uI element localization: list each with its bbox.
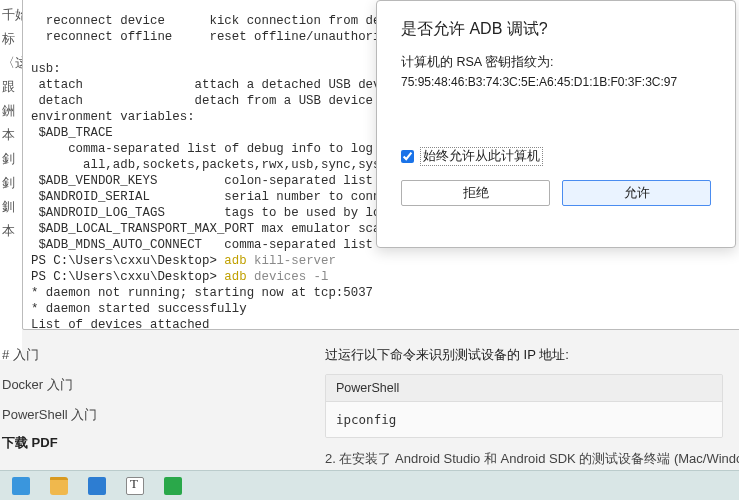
code-tab[interactable]: PowerShell <box>326 375 722 402</box>
term-args: kill-server <box>254 254 336 268</box>
always-allow-checkbox[interactable] <box>401 150 414 163</box>
sidebar-item[interactable]: PowerShell 入门 <box>0 400 310 430</box>
docs-sidebar: # 入门 Docker 入门 PowerShell 入门 下载 PDF <box>0 340 310 458</box>
term-line: usb: <box>31 62 61 76</box>
term-line: List of devices attached <box>31 318 209 330</box>
code-block: PowerShell ipconfig <box>325 374 723 438</box>
term-line: detach detach from a USB device <box>31 94 380 108</box>
term-line: reconnect offline reset offline/unauthor… <box>31 30 395 44</box>
taskbar-app-icon[interactable] <box>88 477 106 495</box>
doc-paragraph: 2. 在安装了 Android Studio 和 Android SDK 的测试… <box>325 438 735 468</box>
term-args: devices -l <box>254 270 328 284</box>
term-prompt: PS C:\Users\cxxu\Desktop> <box>31 254 224 268</box>
term-prompt: PS C:\Users\cxxu\Desktop> <box>31 270 224 284</box>
term-line: * daemon started successfully <box>31 302 247 316</box>
term-line: $ANDROID_LOG_TAGS tags to be used by log… <box>31 206 410 220</box>
dialog-fingerprint: 75:95:48:46:B3:74:3C:5E:A6:45:D1:1B:F0:3… <box>401 75 711 89</box>
term-line: $ADB_TRACE <box>31 126 113 140</box>
term-line: all,adb,sockets,packets,rwx,usb,sync,sys… <box>31 158 425 172</box>
sidebar-item[interactable]: Docker 入门 <box>0 370 310 400</box>
editor-left-margin: 千始 标 〈这 跟 銂 本 釗 釗 釧 本 <box>0 0 22 360</box>
term-line: $ADB_MDNS_AUTO_CONNECT comma-separated l… <box>31 238 410 252</box>
allow-button[interactable]: 允许 <box>562 180 711 206</box>
file-explorer-icon[interactable] <box>50 477 68 495</box>
dialog-subtitle: 计算机的 RSA 密钥指纹为: <box>401 54 711 71</box>
term-line: $ANDROID_SERIAL serial number to connect <box>31 190 410 204</box>
term-line: $ADB_VENDOR_KEYS colon-separated list of… <box>31 174 410 188</box>
deny-button[interactable]: 拒绝 <box>401 180 550 206</box>
taskbar-app-icon[interactable] <box>164 477 182 495</box>
term-line: reconnect device kick connection from de… <box>31 14 410 28</box>
term-line: $ADB_LOCAL_TRANSPORT_MAX_PORT max emulat… <box>31 222 410 236</box>
start-button-icon[interactable] <box>12 477 30 495</box>
code-content[interactable]: ipconfig <box>326 402 722 437</box>
taskbar-app-icon[interactable] <box>126 477 144 495</box>
doc-paragraph: 过运行以下命令来识别测试设备的 IP 地址: <box>325 340 735 374</box>
dialog-title: 是否允许 ADB 调试? <box>401 19 711 40</box>
docs-content: 过运行以下命令来识别测试设备的 IP 地址: PowerShell ipconf… <box>325 340 735 468</box>
windows-taskbar[interactable] <box>0 470 739 500</box>
term-line: comma-separated list of debug info to lo… <box>31 142 380 156</box>
download-pdf-link[interactable]: 下载 PDF <box>0 430 310 458</box>
always-allow-label[interactable]: 始终允许从此计算机 <box>420 147 543 166</box>
adb-debug-dialog: 是否允许 ADB 调试? 计算机的 RSA 密钥指纹为: 75:95:48:46… <box>376 0 736 248</box>
term-cmd: adb <box>224 270 254 284</box>
term-cmd: adb <box>224 254 254 268</box>
term-line: * daemon not running; starting now at tc… <box>31 286 373 300</box>
term-line: attach attach a detached USB dev <box>31 78 380 92</box>
term-line: environment variables: <box>31 110 195 124</box>
sidebar-item[interactable]: # 入门 <box>0 340 310 370</box>
